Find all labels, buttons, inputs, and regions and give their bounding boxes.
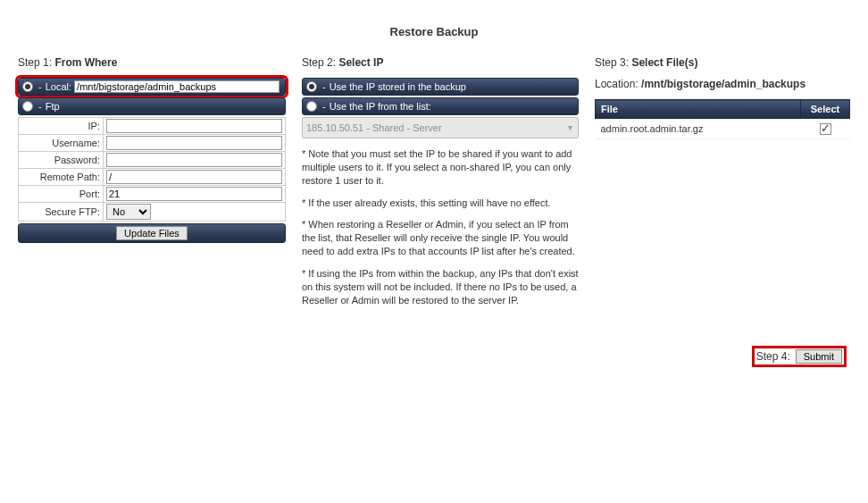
location-value: /mnt/bigstorage/admin_backups xyxy=(641,78,805,90)
radio-ip-stored-icon[interactable] xyxy=(306,81,317,92)
dash-icon: - xyxy=(322,81,326,92)
remote-path-input[interactable] xyxy=(106,170,282,184)
step2-column: Step 2: Select IP - Use the IP stored in… xyxy=(302,56,579,315)
local-label: Local: xyxy=(46,81,71,92)
username-label: Username: xyxy=(19,135,104,152)
dash-icon: - xyxy=(322,101,326,112)
remote-path-label: Remote Path: xyxy=(19,169,104,186)
step4-label: Step 4: xyxy=(756,350,790,363)
step2-notes: * Note that you must set the IP to be sh… xyxy=(302,147,579,306)
note-text: * When restoring a Reseller or Admin, if… xyxy=(302,218,579,258)
step2-prefix: Step 2: xyxy=(302,56,338,69)
ip-input[interactable] xyxy=(106,119,282,133)
update-files-bar: Update Files xyxy=(18,223,286,243)
username-input[interactable] xyxy=(106,136,282,150)
file-col-header[interactable]: File xyxy=(596,100,801,119)
location-label: Location: xyxy=(595,78,641,90)
submit-button[interactable]: Submit xyxy=(796,349,842,364)
file-cell: admin.root.admin.tar.gz xyxy=(596,119,801,139)
step1-title: From Where xyxy=(54,56,117,69)
step4-area: Step 4: Submit xyxy=(0,315,868,376)
table-row: admin.root.admin.tar.gz xyxy=(596,119,850,139)
page-title: Restore Backup xyxy=(0,0,868,56)
ftp-form-table: IP: Username: Password: Remote Path: Por… xyxy=(18,117,286,222)
note-text: * If the user already exists, this setti… xyxy=(302,197,579,210)
step2-heading: Step 2: Select IP xyxy=(302,56,579,69)
local-path-input[interactable] xyxy=(74,80,280,93)
secure-ftp-label: Secure FTP: xyxy=(19,203,104,222)
select-col-header[interactable]: Select xyxy=(801,100,850,119)
step3-column: Step 3: Select File(s) Location: /mnt/bi… xyxy=(595,56,850,139)
ip-stored-label: Use the IP stored in the backup xyxy=(330,81,466,92)
step1-prefix: Step 1: xyxy=(18,56,54,69)
step3-title: Select File(s) xyxy=(631,56,697,69)
step3-heading: Step 3: Select File(s) xyxy=(595,56,850,69)
ftp-option-bar[interactable]: - Ftp xyxy=(18,97,286,115)
secure-ftp-select[interactable]: No xyxy=(106,204,151,220)
step1-heading: Step 1: From Where xyxy=(18,56,286,69)
location-line: Location: /mnt/bigstorage/admin_backups xyxy=(595,78,850,90)
radio-ip-list-icon[interactable] xyxy=(306,101,317,112)
ip-stored-option[interactable]: - Use the IP stored in the backup xyxy=(302,78,579,96)
password-label: Password: xyxy=(19,152,104,169)
local-option-bar[interactable]: - Local: xyxy=(18,78,286,96)
dash-icon: - xyxy=(38,81,42,92)
note-text: * Note that you must set the IP to be sh… xyxy=(302,147,579,188)
ip-list-label: Use the IP from the list: xyxy=(330,101,431,112)
step1-column: Step 1: From Where - Local: - Ftp IP: Us… xyxy=(18,56,286,243)
ip-select[interactable]: 185.10.50.51 - Shared - Server xyxy=(303,118,578,138)
file-table: File Select admin.root.admin.tar.gz xyxy=(595,99,850,139)
note-text: * If using the IPs from within the backu… xyxy=(302,267,579,307)
ip-list-option[interactable]: - Use the IP from the list: xyxy=(302,97,579,115)
ftp-label: Ftp xyxy=(46,101,60,112)
select-cell xyxy=(801,119,850,139)
ip-select-wrap[interactable]: 185.10.50.51 - Shared - Server ▾ xyxy=(302,117,579,138)
step3-prefix: Step 3: xyxy=(595,56,631,69)
radio-ftp-icon[interactable] xyxy=(22,101,33,112)
radio-local-icon[interactable] xyxy=(22,81,33,92)
checkbox-icon[interactable] xyxy=(820,123,831,135)
dash-icon: - xyxy=(38,101,42,112)
ip-label: IP: xyxy=(19,118,104,135)
password-input[interactable] xyxy=(106,153,282,167)
port-label: Port: xyxy=(19,186,104,203)
step2-title: Select IP xyxy=(338,56,383,69)
port-input[interactable] xyxy=(106,187,282,201)
step4-highlight: Step 4: Submit xyxy=(752,346,847,367)
update-files-button[interactable]: Update Files xyxy=(116,226,188,240)
